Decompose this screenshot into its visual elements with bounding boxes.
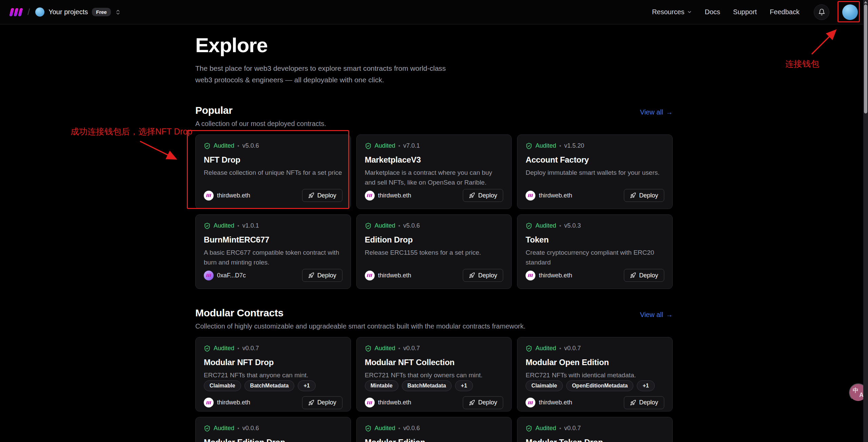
contract-card[interactable]: Audited • v0.0.7 Modular Token Drop bbox=[517, 417, 673, 442]
contract-card[interactable]: Audited • v5.0.3 Token Create cryptocurr… bbox=[517, 214, 673, 289]
contract-title[interactable]: Modular NFT Drop bbox=[204, 358, 342, 367]
extension-tag: +1 bbox=[455, 380, 473, 391]
nav-feedback[interactable]: Feedback bbox=[770, 8, 800, 16]
publisher-avatar bbox=[365, 398, 375, 407]
contract-title[interactable]: Modular Open Edition bbox=[526, 358, 664, 367]
audited-label: Audited bbox=[535, 425, 556, 432]
publisher-link[interactable]: thirdweb.eth bbox=[204, 191, 250, 201]
deploy-button[interactable]: Deploy bbox=[624, 189, 664, 202]
publisher-avatar bbox=[526, 398, 535, 407]
section-popular: Popular View all → A collection of our m… bbox=[195, 105, 673, 289]
publisher-link[interactable]: thirdweb.eth bbox=[365, 191, 411, 201]
view-all-link[interactable]: View all → bbox=[640, 108, 673, 116]
contract-description: Marketplace is a contract where you can … bbox=[365, 168, 504, 187]
section-title: Popular bbox=[195, 105, 233, 116]
rocket-icon bbox=[630, 272, 636, 278]
view-all-label: View all bbox=[640, 108, 663, 116]
deploy-label: Deploy bbox=[478, 192, 497, 199]
chevron-up-down-icon[interactable] bbox=[115, 9, 121, 15]
deploy-button[interactable]: Deploy bbox=[624, 396, 664, 409]
version-label: v0.0.6 bbox=[242, 425, 259, 432]
publisher-link[interactable]: thirdweb.eth bbox=[526, 398, 572, 407]
deploy-button[interactable]: Deploy bbox=[302, 396, 342, 409]
shield-check-icon bbox=[204, 223, 211, 229]
contract-title[interactable]: MarketplaceV3 bbox=[365, 155, 504, 165]
top-header: / Your projects Free Resources Docs Supp… bbox=[0, 0, 868, 24]
contract-card[interactable]: Audited • v0.0.6 Modular Edition bbox=[356, 417, 512, 442]
contract-card-grid: Audited • v0.0.7 Modular NFT Drop ERC721… bbox=[195, 337, 673, 442]
extension-tag: BatchMetadata bbox=[244, 380, 295, 391]
contract-title[interactable]: Edition Drop bbox=[365, 235, 504, 245]
contract-card[interactable]: Audited • v0.0.7 Modular Open Edition ER… bbox=[517, 337, 673, 412]
publisher-avatar bbox=[204, 271, 214, 280]
deploy-button[interactable]: Deploy bbox=[463, 269, 503, 282]
shield-check-icon bbox=[204, 143, 211, 149]
contract-title[interactable]: Token bbox=[526, 235, 664, 245]
thirdweb-logo[interactable] bbox=[10, 8, 22, 16]
deploy-label: Deploy bbox=[317, 272, 336, 279]
deploy-button[interactable]: Deploy bbox=[463, 189, 503, 202]
rocket-icon bbox=[469, 400, 475, 406]
deploy-button[interactable]: Deploy bbox=[302, 189, 342, 202]
account-avatar[interactable] bbox=[842, 4, 858, 20]
contract-card[interactable]: Audited • v1.5.20 Account Factory Deploy… bbox=[517, 134, 673, 209]
audited-label: Audited bbox=[375, 142, 395, 149]
deploy-button[interactable]: Deploy bbox=[463, 396, 503, 409]
contract-title[interactable]: NFT Drop bbox=[204, 155, 342, 165]
contract-title[interactable]: Account Factory bbox=[526, 155, 664, 165]
publisher-link[interactable]: thirdweb.eth bbox=[526, 191, 572, 201]
shield-check-icon bbox=[365, 425, 372, 432]
scrollbar-thumb[interactable] bbox=[864, 4, 867, 113]
nav-support[interactable]: Support bbox=[733, 8, 757, 16]
notifications-button[interactable] bbox=[814, 4, 829, 20]
contract-title[interactable]: Modular Edition bbox=[365, 438, 504, 442]
team-avatar bbox=[35, 7, 44, 17]
publisher-link[interactable]: thirdweb.eth bbox=[526, 271, 572, 280]
contract-card[interactable]: Audited • v0.0.6 Modular Edition Drop bbox=[195, 417, 351, 442]
version-label: v1.0.1 bbox=[242, 222, 259, 229]
contract-title[interactable]: Modular Token Drop bbox=[526, 438, 664, 442]
contract-card[interactable]: Audited • v7.0.1 MarketplaceV3 Marketpla… bbox=[356, 134, 512, 209]
publisher-name: thirdweb.eth bbox=[217, 192, 250, 199]
contract-card[interactable]: Audited • v0.0.7 Modular NFT Collection … bbox=[356, 337, 512, 412]
version-label: v0.0.7 bbox=[403, 345, 420, 352]
scrollbar-up-arrow[interactable] bbox=[864, 1, 867, 3]
view-all-label: View all bbox=[640, 311, 663, 319]
contract-description: Release ERC1155 tokens for a set price. bbox=[365, 248, 504, 258]
publisher-link[interactable]: thirdweb.eth bbox=[365, 271, 411, 280]
publisher-avatar bbox=[365, 191, 375, 201]
publisher-name: thirdweb.eth bbox=[539, 399, 572, 406]
publisher-link[interactable]: 0xaF...D7c bbox=[204, 271, 246, 280]
contract-card[interactable]: Audited • v5.0.6 NFT Drop Release collec… bbox=[195, 134, 351, 209]
publisher-link[interactable]: thirdweb.eth bbox=[365, 398, 411, 407]
view-all-link[interactable]: View all → bbox=[640, 311, 673, 319]
contract-title[interactable]: Modular NFT Collection bbox=[365, 358, 504, 367]
shield-check-icon bbox=[204, 425, 211, 432]
deploy-button[interactable]: Deploy bbox=[624, 269, 664, 282]
nav-resources[interactable]: Resources bbox=[652, 8, 692, 16]
contract-card[interactable]: Audited • v1.0.1 BurnMintERC677 A basic … bbox=[195, 214, 351, 289]
page-subtitle: The best place for web3 developers to ex… bbox=[195, 63, 458, 86]
publisher-name: thirdweb.eth bbox=[539, 272, 572, 279]
shield-check-icon bbox=[526, 223, 532, 229]
extension-tag: +1 bbox=[298, 380, 315, 391]
team-selector[interactable]: Your projects Free bbox=[35, 7, 121, 17]
badge-separator-dot: • bbox=[398, 345, 400, 352]
deploy-button[interactable]: Deploy bbox=[302, 269, 342, 282]
contract-card[interactable]: Audited • v5.0.6 Edition Drop Release ER… bbox=[356, 214, 512, 289]
contract-description: ERC721 NFTs that anyone can mint. bbox=[204, 371, 342, 380]
contract-title[interactable]: Modular Edition Drop bbox=[204, 438, 342, 442]
vertical-scrollbar[interactable] bbox=[863, 0, 868, 442]
rocket-icon bbox=[308, 192, 314, 198]
version-label: v1.5.20 bbox=[564, 142, 584, 149]
deploy-label: Deploy bbox=[317, 192, 336, 199]
nav-docs[interactable]: Docs bbox=[705, 8, 721, 16]
logo-bar bbox=[14, 8, 19, 16]
rocket-icon bbox=[469, 272, 475, 278]
contract-title[interactable]: BurnMintERC677 bbox=[204, 235, 342, 245]
contract-card[interactable]: Audited • v0.0.7 Modular NFT Drop ERC721… bbox=[195, 337, 351, 412]
publisher-name: thirdweb.eth bbox=[539, 192, 572, 199]
publisher-link[interactable]: thirdweb.eth bbox=[204, 398, 250, 407]
annotation-arrow-to-avatar bbox=[812, 30, 835, 54]
badge-separator-dot: • bbox=[398, 425, 400, 432]
